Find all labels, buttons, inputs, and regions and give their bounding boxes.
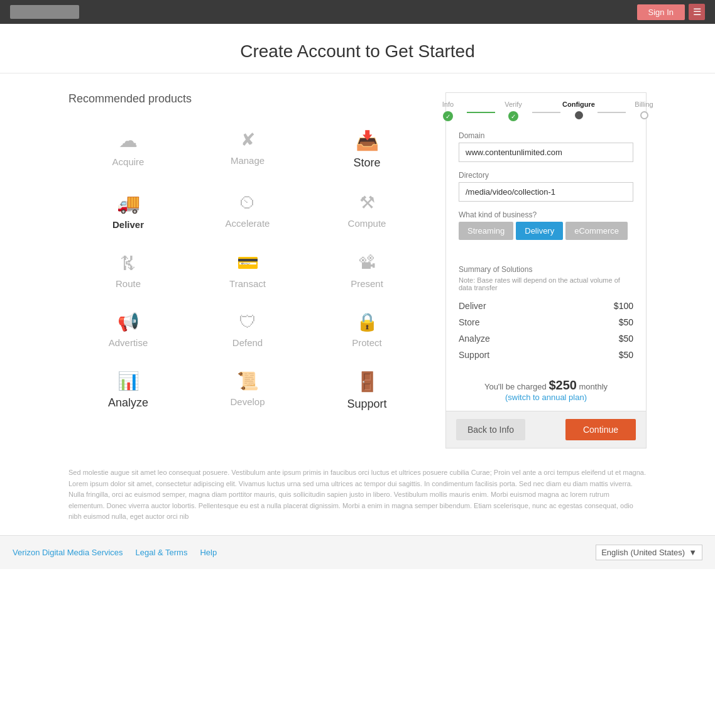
business-streaming-button[interactable]: Streaming — [459, 222, 513, 240]
product-protect-label: Protect — [352, 337, 382, 348]
verizon-link[interactable]: Verizon Digital Media Services — [13, 548, 123, 557]
help-link[interactable]: Help — [200, 548, 217, 557]
present-icon: 📽 — [358, 253, 376, 273]
summary-support-label: Support — [459, 350, 489, 360]
products-heading: Recommended products — [68, 92, 427, 106]
route-icon: ⛕ — [119, 253, 137, 273]
product-accelerate[interactable]: ⏲ Accelerate — [188, 181, 307, 241]
product-develop-label: Develop — [230, 396, 265, 407]
defend-icon: 🛡 — [239, 312, 256, 332]
steps-container: Info ✓ Verify ✓ Configure — [446, 93, 646, 125]
product-store[interactable]: 📥 Store — [307, 118, 427, 181]
advertise-icon: 📢 — [117, 312, 139, 332]
compute-icon: ⚒ — [359, 192, 375, 213]
disclaimer-text: Sed molestie augue sit amet leo consequa… — [68, 467, 647, 523]
accelerate-icon: ⏲ — [239, 192, 256, 213]
product-present[interactable]: 📽 Present — [307, 241, 427, 300]
header: Sign In ☰ — [0, 0, 715, 24]
back-to-info-button[interactable]: Back to Info — [456, 419, 525, 440]
store-icon: 📥 — [356, 129, 379, 151]
charge-text: You'll be charged — [484, 382, 547, 391]
summary-analyze-amount: $50 — [619, 334, 633, 344]
manage-icon: ✘ — [241, 129, 255, 150]
product-route[interactable]: ⛕ Route — [68, 241, 188, 300]
product-support-label: Support — [347, 398, 386, 411]
summary-store-amount: $50 — [619, 317, 633, 327]
header-logo — [10, 5, 79, 19]
step-verify-label: Verify — [505, 101, 522, 108]
business-buttons: Streaming Delivery eCommerce — [459, 222, 633, 240]
step-billing-dot — [640, 111, 648, 119]
product-acquire[interactable]: ☁ Acquire — [68, 118, 188, 181]
product-defend-label: Defend — [232, 337, 263, 348]
product-present-label: Present — [351, 278, 383, 289]
configure-panel: Info ✓ Verify ✓ Configure — [445, 92, 647, 448]
product-analyze[interactable]: 📊 Analyze — [68, 359, 188, 422]
product-compute[interactable]: ⚒ Compute — [307, 181, 427, 241]
summary-title: Summary of Solutions — [459, 265, 633, 274]
legal-link[interactable]: Legal & Terms — [136, 548, 188, 557]
develop-icon: 📜 — [237, 371, 259, 391]
summary-deliver-amount: $100 — [614, 301, 633, 311]
product-route-label: Route — [116, 278, 141, 289]
step-billing: Billing — [627, 101, 662, 119]
directory-group: Directory — [459, 171, 633, 202]
panel-footer: Back to Info Continue — [446, 411, 646, 448]
charge-section: You'll be charged $250 monthly (switch t… — [446, 369, 646, 411]
summary-row-store: Store $50 — [459, 314, 633, 330]
summary-row-deliver: Deliver $100 — [459, 298, 633, 314]
product-acquire-label: Acquire — [112, 156, 145, 167]
continue-button[interactable]: Continue — [565, 419, 636, 440]
domain-input[interactable] — [459, 143, 633, 162]
summary-support-amount: $50 — [619, 350, 633, 360]
step-configure-label: Configure — [562, 101, 595, 108]
step-configure-dot — [575, 111, 583, 119]
product-protect[interactable]: 🔒 Protect — [307, 300, 427, 359]
product-defend[interactable]: 🛡 Defend — [188, 300, 307, 359]
language-selector[interactable]: English (United States) ▼ — [596, 545, 702, 560]
product-advertise[interactable]: 📢 Advertise — [68, 300, 188, 359]
bottom-bar: Verizon Digital Media Services Legal & T… — [0, 535, 715, 569]
header-right: Sign In ☰ — [637, 4, 705, 20]
business-label: What kind of business? — [459, 210, 633, 219]
main-content: Recommended products ☁ Acquire ✘ Manage … — [56, 92, 659, 448]
product-develop[interactable]: 📜 Develop — [188, 359, 307, 422]
acquire-icon: ☁ — [119, 129, 138, 151]
product-deliver[interactable]: 🚚 Deliver — [68, 181, 188, 241]
page-title-bar: Create Account to Get Started — [0, 24, 715, 73]
product-analyze-label: Analyze — [108, 396, 148, 410]
charge-amount: $250 — [549, 378, 577, 392]
step-info: Info ✓ — [431, 101, 466, 121]
directory-input[interactable] — [459, 182, 633, 202]
menu-button[interactable]: ☰ — [689, 4, 705, 20]
product-transact-label: Transact — [229, 278, 266, 289]
sign-in-button[interactable]: Sign In — [637, 4, 685, 20]
directory-label: Directory — [459, 171, 633, 180]
protect-icon: 🔒 — [356, 312, 378, 332]
summary-deliver-label: Deliver — [459, 301, 486, 311]
summary-row-support: Support $50 — [459, 347, 633, 363]
product-advertise-label: Advertise — [109, 337, 148, 348]
domain-label: Domain — [459, 131, 633, 140]
disclaimer-section: Sed molestie augue sit amet leo consequa… — [56, 467, 659, 523]
step-line-1 — [467, 112, 495, 113]
step-line-3 — [598, 112, 626, 113]
summary-note: Note: Base rates will depend on the actu… — [459, 276, 633, 291]
business-ecommerce-button[interactable]: eCommerce — [565, 222, 628, 240]
product-deliver-label: Deliver — [112, 219, 144, 230]
transact-icon: 💳 — [237, 253, 259, 273]
product-support[interactable]: 🚪 Support — [307, 359, 427, 422]
product-accelerate-label: Accelerate — [226, 218, 270, 229]
product-transact[interactable]: 💳 Transact — [188, 241, 307, 300]
products-section: Recommended products ☁ Acquire ✘ Manage … — [68, 92, 427, 448]
domain-group: Domain — [459, 131, 633, 162]
product-manage[interactable]: ✘ Manage — [188, 118, 307, 181]
summary-section: Summary of Solutions Note: Base rates wi… — [446, 259, 646, 369]
step-verify-dot: ✓ — [508, 111, 518, 121]
summary-analyze-label: Analyze — [459, 334, 490, 344]
panel-form: Domain Directory What kind of business? … — [446, 125, 646, 259]
business-delivery-button[interactable]: Delivery — [516, 222, 563, 240]
product-manage-label: Manage — [231, 155, 265, 166]
switch-plan-link[interactable]: (switch to annual plan) — [505, 393, 587, 402]
product-store-label: Store — [353, 156, 380, 170]
